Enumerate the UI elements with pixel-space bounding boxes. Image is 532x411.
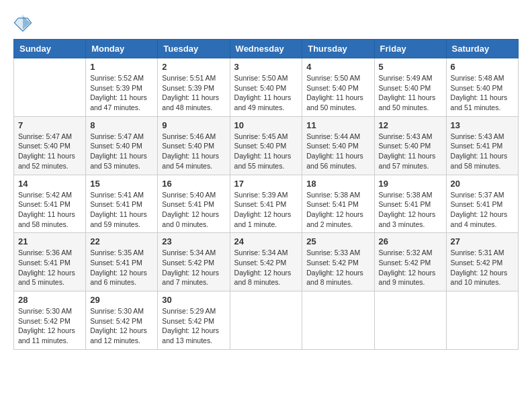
day-number: 11 <box>306 120 369 130</box>
day-number: 9 <box>162 120 225 130</box>
day-info: Sunrise: 5:42 AM Sunset: 5:41 PM Dayligh… <box>18 190 81 230</box>
day-number: 4 <box>306 62 369 72</box>
day-number: 24 <box>234 236 298 246</box>
calendar-cell: 27Sunrise: 5:31 AM Sunset: 5:42 PM Dayli… <box>446 233 518 291</box>
day-number: 2 <box>162 62 225 72</box>
calendar-week-row: 14Sunrise: 5:42 AM Sunset: 5:41 PM Dayli… <box>14 175 519 233</box>
calendar-cell: 1Sunrise: 5:52 AM Sunset: 5:39 PM Daylig… <box>86 58 158 117</box>
day-number: 10 <box>234 120 298 130</box>
weekday-header: Wednesday <box>230 40 302 58</box>
weekday-header: Monday <box>86 40 158 58</box>
day-number: 5 <box>379 62 442 72</box>
day-number: 3 <box>234 62 298 72</box>
day-number: 19 <box>379 179 442 189</box>
day-info: Sunrise: 5:38 AM Sunset: 5:41 PM Dayligh… <box>306 190 369 230</box>
calendar-header-row: SundayMondayTuesdayWednesdayThursdayFrid… <box>14 40 519 58</box>
calendar-cell: 8Sunrise: 5:47 AM Sunset: 5:40 PM Daylig… <box>86 116 158 175</box>
day-info: Sunrise: 5:44 AM Sunset: 5:40 PM Dayligh… <box>306 132 369 171</box>
day-info: Sunrise: 5:43 AM Sunset: 5:40 PM Dayligh… <box>379 132 442 171</box>
day-info: Sunrise: 5:38 AM Sunset: 5:41 PM Dayligh… <box>379 190 442 230</box>
day-number: 13 <box>451 120 514 130</box>
calendar-cell: 20Sunrise: 5:37 AM Sunset: 5:41 PM Dayli… <box>446 175 518 233</box>
day-number: 16 <box>162 179 225 189</box>
day-info: Sunrise: 5:43 AM Sunset: 5:41 PM Dayligh… <box>451 132 514 171</box>
calendar-cell: 13Sunrise: 5:43 AM Sunset: 5:41 PM Dayli… <box>446 116 518 175</box>
calendar-cell: 3Sunrise: 5:50 AM Sunset: 5:40 PM Daylig… <box>230 58 302 117</box>
day-number: 18 <box>306 179 369 189</box>
calendar-week-row: 1Sunrise: 5:52 AM Sunset: 5:39 PM Daylig… <box>14 58 519 117</box>
day-info: Sunrise: 5:51 AM Sunset: 5:39 PM Dayligh… <box>162 73 225 113</box>
calendar-week-row: 7Sunrise: 5:47 AM Sunset: 5:40 PM Daylig… <box>14 116 519 175</box>
calendar-cell: 15Sunrise: 5:41 AM Sunset: 5:41 PM Dayli… <box>86 175 158 233</box>
calendar-cell: 19Sunrise: 5:38 AM Sunset: 5:41 PM Dayli… <box>374 175 446 233</box>
day-number: 28 <box>18 295 81 305</box>
day-info: Sunrise: 5:36 AM Sunset: 5:41 PM Dayligh… <box>18 248 81 287</box>
calendar-cell <box>14 58 86 117</box>
day-number: 26 <box>379 236 442 246</box>
calendar-cell: 26Sunrise: 5:32 AM Sunset: 5:42 PM Dayli… <box>374 233 446 291</box>
day-info: Sunrise: 5:35 AM Sunset: 5:41 PM Dayligh… <box>90 248 153 287</box>
day-number: 1 <box>90 62 153 72</box>
weekday-header: Tuesday <box>158 40 230 58</box>
calendar-cell: 21Sunrise: 5:36 AM Sunset: 5:41 PM Dayli… <box>14 233 86 291</box>
day-info: Sunrise: 5:33 AM Sunset: 5:42 PM Dayligh… <box>306 248 369 287</box>
calendar-cell <box>446 291 518 350</box>
day-number: 22 <box>90 236 153 246</box>
calendar-cell: 12Sunrise: 5:43 AM Sunset: 5:40 PM Dayli… <box>374 116 446 175</box>
day-info: Sunrise: 5:34 AM Sunset: 5:42 PM Dayligh… <box>234 248 298 287</box>
logo-icon <box>13 13 32 32</box>
logo <box>13 13 35 32</box>
calendar-cell: 25Sunrise: 5:33 AM Sunset: 5:42 PM Dayli… <box>302 233 374 291</box>
day-info: Sunrise: 5:30 AM Sunset: 5:42 PM Dayligh… <box>18 306 81 346</box>
day-number: 20 <box>451 179 514 189</box>
day-info: Sunrise: 5:41 AM Sunset: 5:41 PM Dayligh… <box>90 190 153 230</box>
calendar-cell: 23Sunrise: 5:34 AM Sunset: 5:42 PM Dayli… <box>158 233 230 291</box>
day-info: Sunrise: 5:45 AM Sunset: 5:40 PM Dayligh… <box>234 132 298 171</box>
calendar-cell: 6Sunrise: 5:48 AM Sunset: 5:40 PM Daylig… <box>446 58 518 117</box>
calendar-cell: 17Sunrise: 5:39 AM Sunset: 5:41 PM Dayli… <box>230 175 302 233</box>
weekday-header: Thursday <box>302 40 374 58</box>
day-info: Sunrise: 5:31 AM Sunset: 5:42 PM Dayligh… <box>451 248 514 287</box>
day-info: Sunrise: 5:29 AM Sunset: 5:42 PM Dayligh… <box>162 306 225 346</box>
calendar-cell: 24Sunrise: 5:34 AM Sunset: 5:42 PM Dayli… <box>230 233 302 291</box>
day-info: Sunrise: 5:46 AM Sunset: 5:40 PM Dayligh… <box>162 132 225 171</box>
day-number: 7 <box>18 120 81 130</box>
day-info: Sunrise: 5:34 AM Sunset: 5:42 PM Dayligh… <box>162 248 225 287</box>
calendar-cell: 28Sunrise: 5:30 AM Sunset: 5:42 PM Dayli… <box>14 291 86 350</box>
day-number: 27 <box>451 236 514 246</box>
day-info: Sunrise: 5:52 AM Sunset: 5:39 PM Dayligh… <box>90 73 153 113</box>
calendar-cell: 2Sunrise: 5:51 AM Sunset: 5:39 PM Daylig… <box>158 58 230 117</box>
day-number: 21 <box>18 236 81 246</box>
calendar-week-row: 28Sunrise: 5:30 AM Sunset: 5:42 PM Dayli… <box>14 291 519 350</box>
page-header <box>13 13 519 32</box>
calendar-cell: 18Sunrise: 5:38 AM Sunset: 5:41 PM Dayli… <box>302 175 374 233</box>
day-info: Sunrise: 5:49 AM Sunset: 5:40 PM Dayligh… <box>379 73 442 113</box>
day-number: 29 <box>90 295 153 305</box>
day-number: 15 <box>90 179 153 189</box>
calendar-table: SundayMondayTuesdayWednesdayThursdayFrid… <box>13 39 519 350</box>
day-number: 8 <box>90 120 153 130</box>
day-info: Sunrise: 5:50 AM Sunset: 5:40 PM Dayligh… <box>306 73 369 113</box>
calendar-cell: 4Sunrise: 5:50 AM Sunset: 5:40 PM Daylig… <box>302 58 374 117</box>
day-number: 14 <box>18 179 81 189</box>
calendar-cell: 30Sunrise: 5:29 AM Sunset: 5:42 PM Dayli… <box>158 291 230 350</box>
day-number: 30 <box>162 295 225 305</box>
calendar-body: 1Sunrise: 5:52 AM Sunset: 5:39 PM Daylig… <box>14 58 519 350</box>
day-info: Sunrise: 5:37 AM Sunset: 5:41 PM Dayligh… <box>451 190 514 230</box>
day-info: Sunrise: 5:39 AM Sunset: 5:41 PM Dayligh… <box>234 190 298 230</box>
day-info: Sunrise: 5:40 AM Sunset: 5:41 PM Dayligh… <box>162 190 225 230</box>
weekday-header: Friday <box>374 40 446 58</box>
calendar-cell: 11Sunrise: 5:44 AM Sunset: 5:40 PM Dayli… <box>302 116 374 175</box>
calendar-cell <box>230 291 302 350</box>
calendar-week-row: 21Sunrise: 5:36 AM Sunset: 5:41 PM Dayli… <box>14 233 519 291</box>
day-info: Sunrise: 5:32 AM Sunset: 5:42 PM Dayligh… <box>379 248 442 287</box>
weekday-header: Sunday <box>14 40 86 58</box>
calendar-cell: 5Sunrise: 5:49 AM Sunset: 5:40 PM Daylig… <box>374 58 446 117</box>
day-number: 6 <box>451 62 514 72</box>
calendar-cell: 22Sunrise: 5:35 AM Sunset: 5:41 PM Dayli… <box>86 233 158 291</box>
day-info: Sunrise: 5:47 AM Sunset: 5:40 PM Dayligh… <box>90 132 153 171</box>
day-number: 12 <box>379 120 442 130</box>
day-info: Sunrise: 5:30 AM Sunset: 5:42 PM Dayligh… <box>90 306 153 346</box>
calendar-cell: 14Sunrise: 5:42 AM Sunset: 5:41 PM Dayli… <box>14 175 86 233</box>
weekday-header: Saturday <box>446 40 518 58</box>
